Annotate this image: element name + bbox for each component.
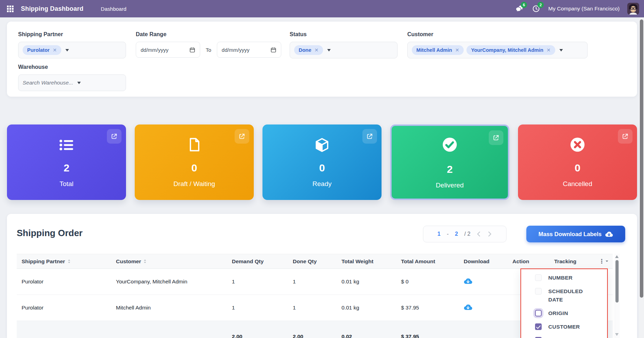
chevron-down-icon[interactable] (65, 49, 69, 51)
download-label-icon[interactable] (464, 277, 472, 285)
stat-card-total[interactable]: 2 Total (7, 124, 126, 200)
filter-date-range: Date Range dd/mm/yyyy To dd/mm/yyyy (136, 31, 281, 58)
col-options: ⋮ (594, 254, 613, 269)
total-demand: 2.00 (227, 321, 288, 338)
col-shipping-partner[interactable]: Shipping Partner (17, 254, 111, 269)
cell-partner: Purolator (17, 295, 111, 321)
stat-card-cancelled[interactable]: 0 Cancelled (518, 124, 637, 200)
cloud-download-icon (605, 231, 613, 238)
stat-label: Draft / Waiting (135, 180, 254, 188)
stat-card-ready[interactable]: 0 Ready (262, 124, 382, 200)
stat-label: Cancelled (518, 180, 637, 188)
table-scrollbar[interactable] (614, 254, 620, 338)
warehouse-select[interactable]: Search Warehouse... (18, 74, 126, 91)
tag-done[interactable]: Done ✕ (294, 45, 323, 55)
tag-remove-icon[interactable]: ✕ (455, 48, 460, 53)
checkbox-number[interactable] (535, 274, 542, 281)
column-visibility-menu: NUMBER SCHEDULED DATE ORIGIN CUSTOMER SH… (520, 268, 608, 338)
warehouse-label: Warehouse (18, 64, 126, 70)
open-cancelled-list-button[interactable] (618, 129, 633, 144)
messages-button[interactable]: 6 (515, 4, 524, 13)
col-demand-qty: Demand Qty (227, 254, 288, 269)
stat-label: Total (7, 180, 126, 188)
scroll-down-arrow-icon[interactable] (615, 333, 619, 336)
checkbox-scheduled-date[interactable] (535, 288, 542, 295)
page-start[interactable]: 1 (438, 231, 441, 237)
col-customer[interactable]: Customer (111, 254, 227, 269)
user-avatar[interactable] (627, 3, 639, 15)
top-navbar: Shipping Dashboard Dashboard 6 2 My Comp… (0, 0, 644, 17)
filter-customer: Customer Mitchell Admin ✕ YourCompany, M… (407, 31, 588, 58)
open-total-list-button[interactable] (107, 129, 121, 144)
menu-item-scheduled-date[interactable]: SCHEDULED DATE (535, 287, 602, 304)
open-ready-list-button[interactable] (362, 129, 377, 144)
prev-page-button[interactable] (477, 231, 481, 237)
menu-item-customer[interactable]: CUSTOMER (535, 323, 602, 331)
tag-yourcompany-mitchell-admin[interactable]: YourCompany, Mitchell Admin ✕ (466, 45, 555, 55)
calendar-icon (189, 47, 195, 53)
tag-purolator[interactable]: Purolator ✕ (23, 45, 61, 55)
kebab-icon: ⋮ (599, 258, 605, 264)
customer-label: Customer (407, 31, 588, 38)
page-end[interactable]: 2 (455, 231, 458, 237)
chevron-down-icon[interactable] (77, 82, 81, 84)
date-to-value: dd/mm/yyyy (222, 47, 250, 53)
col-download: Download (459, 254, 508, 269)
chevron-down-icon[interactable] (327, 49, 331, 51)
tag-remove-icon[interactable]: ✕ (547, 48, 551, 53)
mass-download-label: Mass Download Labels (539, 231, 602, 238)
navbar-left: Shipping Dashboard Dashboard (5, 3, 130, 14)
cell-download (459, 269, 508, 295)
date-from-input[interactable]: dd/mm/yyyy (136, 42, 200, 58)
warehouse-placeholder: Search Warehouse... (23, 80, 73, 86)
customer-select[interactable]: Mitchell Admin ✕ YourCompany, Mitchell A… (407, 42, 588, 58)
checkbox-label: ORIGIN (548, 309, 595, 317)
menu-item-dashboard[interactable]: Dashboard (97, 4, 130, 14)
page-scrollbar-thumb[interactable] (640, 19, 643, 298)
mass-download-labels-button[interactable]: Mass Download Labels (526, 226, 625, 242)
menu-item-origin[interactable]: ORIGIN (535, 309, 602, 317)
stat-card-delivered-selected[interactable]: 2 Delivered (390, 124, 509, 200)
scroll-up-arrow-icon[interactable] (615, 255, 619, 258)
open-draft-list-button[interactable] (235, 129, 249, 144)
external-link-icon (238, 132, 246, 140)
avatar-image (627, 3, 639, 15)
table-header-row: Shipping Partner Customer Demand Qty Don… (17, 254, 613, 269)
tag-text: Done (299, 47, 311, 53)
status-label: Status (290, 31, 398, 38)
shipping-partner-select[interactable]: Purolator ✕ (18, 42, 126, 58)
cell-amount: $ 37.95 (396, 295, 459, 321)
status-select[interactable]: Done ✕ (290, 42, 398, 58)
date-to-input[interactable]: dd/mm/yyyy (217, 42, 281, 58)
apps-grid-icon[interactable] (5, 3, 15, 14)
company-switcher[interactable]: My Company (San Francisco) (548, 6, 620, 12)
cell-demand: 1 (227, 269, 288, 295)
page-scrollbar[interactable] (639, 17, 644, 338)
checkbox-customer[interactable] (535, 323, 542, 330)
tag-remove-icon[interactable]: ✕ (53, 48, 57, 53)
tag-mitchell-admin[interactable]: Mitchell Admin ✕ (412, 45, 464, 55)
menu-item-shipping[interactable]: SHIPPING (535, 336, 602, 338)
col-tracking: Tracking (549, 254, 594, 269)
activities-button[interactable]: 2 (532, 4, 541, 13)
stat-card-draft-waiting[interactable]: 0 Draft / Waiting (135, 124, 254, 200)
open-delivered-list-button[interactable] (489, 130, 503, 145)
table-scrollbar-thumb[interactable] (615, 260, 619, 303)
checkbox-origin[interactable] (535, 310, 542, 316)
calendar-icon (270, 47, 276, 53)
chevron-down-icon[interactable] (559, 49, 563, 51)
sort-icon[interactable] (143, 259, 147, 264)
tag-remove-icon[interactable]: ✕ (314, 48, 319, 53)
next-page-button[interactable] (487, 231, 492, 237)
col-total-amount: Total Amount (396, 254, 459, 269)
sort-icon[interactable] (68, 259, 71, 264)
chevron-right-icon (487, 231, 492, 237)
total-done: 2.00 (288, 321, 337, 338)
cell-weight: 0.01 kg (337, 295, 396, 321)
date-from-value: dd/mm/yyyy (141, 47, 168, 53)
download-label-icon[interactable] (464, 304, 472, 311)
checkbox-label: SCHEDULED DATE (548, 287, 595, 304)
column-options-button[interactable]: ⋮ (599, 258, 608, 264)
menu-item-number[interactable]: NUMBER (535, 274, 602, 282)
cell-partner: Purolator (17, 269, 111, 295)
